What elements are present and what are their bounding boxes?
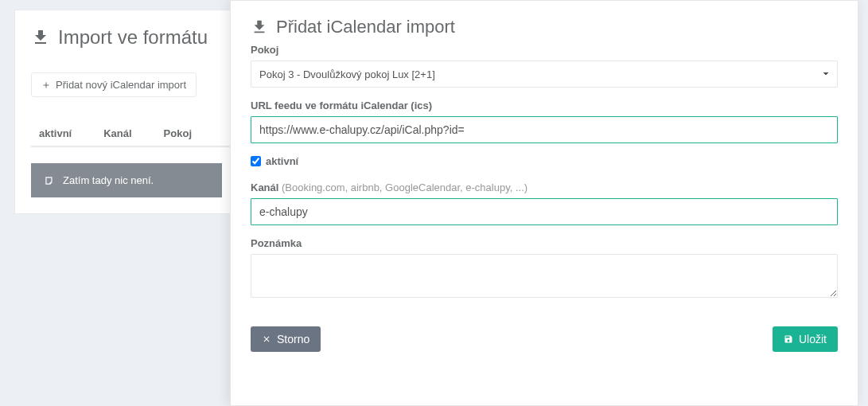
th-room: Pokoj [156, 127, 200, 139]
active-group: aktivní [251, 155, 838, 167]
close-icon [262, 334, 271, 344]
url-input[interactable] [251, 116, 838, 143]
room-select[interactable]: Pokoj 3 - Dvoulůžkový pokoj Lux [2+1] [251, 61, 838, 88]
active-checkbox[interactable] [251, 156, 261, 166]
channel-label: Kanál (Booking.com, airbnb, GoogleCalend… [251, 182, 838, 193]
download-icon [31, 28, 50, 47]
download-icon [251, 18, 268, 36]
modal-title-text: Přidat iCalendar import [276, 17, 455, 37]
channel-label-text: Kanál [251, 182, 278, 193]
add-import-button[interactable]: Přidat nový iCalendar import [31, 72, 197, 97]
save-label: Uložit [799, 333, 827, 345]
modal-footer: Storno Uložit [231, 312, 858, 366]
url-group: URL feedu ve formátu iCalendar (ics) [251, 100, 838, 143]
note-group: Poznámka [251, 237, 838, 300]
plus-icon [41, 80, 51, 90]
th-channel: Kanál [95, 127, 139, 139]
url-label: URL feedu ve formátu iCalendar (ics) [251, 100, 838, 111]
cancel-label: Storno [277, 333, 309, 345]
add-import-modal: Přidat iCalendar import Pokoj Pokoj 3 - … [230, 0, 858, 406]
cancel-button[interactable]: Storno [251, 326, 321, 352]
modal-header: Přidat iCalendar import [231, 1, 858, 44]
channel-hint: (Booking.com, airbnb, GoogleCalendar, e-… [282, 182, 527, 193]
th-active: aktivní [31, 127, 80, 139]
modal-title: Přidat iCalendar import [251, 17, 838, 37]
page-title-text: Import ve formátu [58, 26, 208, 49]
channel-input[interactable] [251, 198, 838, 225]
modal-body: Pokoj Pokoj 3 - Dvoulůžkový pokoj Lux [2… [231, 44, 858, 300]
room-label: Pokoj [251, 44, 838, 56]
empty-state: Zatím tady nic není. [31, 163, 222, 197]
channel-group: Kanál (Booking.com, airbnb, GoogleCalend… [251, 182, 838, 225]
note-icon [44, 175, 55, 186]
add-import-label: Přidat nový iCalendar import [56, 79, 186, 91]
save-icon [784, 334, 793, 344]
note-textarea[interactable] [251, 254, 838, 298]
active-label: aktivní [266, 155, 298, 167]
empty-state-text: Zatím tady nic není. [63, 174, 154, 186]
room-group: Pokoj Pokoj 3 - Dvoulůžkový pokoj Lux [2… [251, 44, 838, 88]
note-label: Poznámka [251, 237, 838, 249]
save-button[interactable]: Uložit [773, 326, 838, 352]
